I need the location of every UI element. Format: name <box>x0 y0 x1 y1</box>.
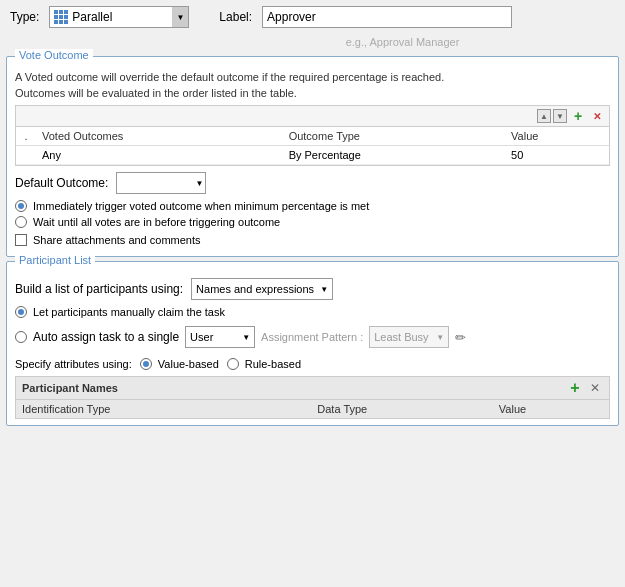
outcome-type-header: Outcome Type <box>283 127 505 146</box>
type-select[interactable]: Parallel ▼ <box>49 6 189 28</box>
remove-participant-btn[interactable]: ✕ <box>587 380 603 396</box>
id-type-header: Identification Type <box>16 400 312 419</box>
table-row[interactable]: Any By Percentage 50 <box>16 146 609 165</box>
default-outcome-row: Default Outcome: ▼ <box>15 172 610 194</box>
participant-table-header: Participant Names + ✕ <box>15 376 610 399</box>
participant-table: Identification Type Data Type Value <box>15 399 610 419</box>
value-based-label: Value-based <box>158 358 219 370</box>
radio-immediately-label: Immediately trigger voted outcome when m… <box>33 200 369 212</box>
least-busy-value: Least Busy <box>374 331 428 343</box>
add-participant-btn[interactable]: + <box>567 380 583 396</box>
label-input[interactable] <box>262 6 512 28</box>
parallel-icon <box>54 10 68 24</box>
participant-content: Build a list of participants using: Name… <box>7 262 618 425</box>
user-select[interactable]: User <box>185 326 255 348</box>
default-outcome-label: Default Outcome: <box>15 176 108 190</box>
vote-table: . Voted Outcomes Outcome Type Value Any … <box>16 127 609 165</box>
radio-row-2[interactable]: Wait until all votes are in before trigg… <box>15 216 610 228</box>
vote-table-wrapper: ▲ ▼ + ✕ . Voted Outcomes Outcome Type Va… <box>15 105 610 166</box>
dot-cell <box>16 146 36 165</box>
top-bar: Type: Parallel ▼ Label: <box>0 0 625 34</box>
label-label: Label: <box>219 10 252 24</box>
move-down-btn[interactable]: ▼ <box>553 109 567 123</box>
names-dropdown[interactable]: Names and expressions <box>191 278 333 300</box>
manual-claim-row[interactable]: Let participants manually claim the task <box>15 306 610 318</box>
participant-names-table-wrapper: Participant Names + ✕ Identification Typ… <box>15 376 610 419</box>
default-outcome-arrow: ▼ <box>195 179 203 188</box>
radio-value-based[interactable] <box>140 358 152 370</box>
vote-desc-2: Outcomes will be evaluated in the order … <box>15 87 610 99</box>
voted-outcome-cell: Any <box>36 146 283 165</box>
specify-label: Specify attributes using: <box>15 358 132 370</box>
assignment-pattern-label: Assignment Pattern : <box>261 331 363 343</box>
label-placeholder: e.g., Approval Manager <box>0 34 625 52</box>
vote-table-toolbar: ▲ ▼ + ✕ <box>16 106 609 127</box>
vote-outcome-section: Vote Outcome A Voted outcome will overri… <box>6 56 619 257</box>
default-outcome-select[interactable]: ▼ <box>116 172 206 194</box>
participant-list-title: Participant List <box>15 254 95 266</box>
nav-arrows: ▲ ▼ <box>537 109 567 123</box>
build-row: Build a list of participants using: Name… <box>15 278 610 300</box>
value-based-row[interactable]: Value-based <box>140 358 219 370</box>
share-attachments-row[interactable]: Share attachments and comments <box>15 234 610 246</box>
radio-auto-assign[interactable] <box>15 331 27 343</box>
auto-assign-row[interactable]: Auto assign task to a single User Assign… <box>15 326 610 348</box>
voted-outcomes-header: Voted Outcomes <box>36 127 283 146</box>
vote-outcome-title: Vote Outcome <box>15 49 93 61</box>
rule-based-label: Rule-based <box>245 358 301 370</box>
value-header-participant: Value <box>493 400 610 419</box>
share-attachments-checkbox[interactable] <box>15 234 27 246</box>
names-dropdown-value: Names and expressions <box>196 283 314 295</box>
participant-radio-group: Let participants manually claim the task… <box>15 306 610 352</box>
move-up-btn[interactable]: ▲ <box>537 109 551 123</box>
specify-row: Specify attributes using: Value-based Ru… <box>15 358 610 370</box>
share-attachments-label: Share attachments and comments <box>33 234 201 246</box>
type-dropdown-arrow: ▼ <box>172 7 188 27</box>
add-vote-btn[interactable]: + <box>570 108 586 124</box>
radio-rule-based[interactable] <box>227 358 239 370</box>
outcome-type-cell: By Percentage <box>283 146 505 165</box>
manual-claim-label: Let participants manually claim the task <box>33 306 225 318</box>
radio-wait-label: Wait until all votes are in before trigg… <box>33 216 280 228</box>
radio-row-1[interactable]: Immediately trigger voted outcome when m… <box>15 200 610 212</box>
data-type-header: Data Type <box>311 400 493 419</box>
user-value: User <box>190 331 213 343</box>
type-label: Type: <box>10 10 39 24</box>
value-cell: 50 <box>505 146 609 165</box>
rule-based-row[interactable]: Rule-based <box>227 358 301 370</box>
radio-manual-claim[interactable] <box>15 306 27 318</box>
build-label: Build a list of participants using: <box>15 282 183 296</box>
participant-table-btns: + ✕ <box>567 380 603 396</box>
participant-list-section: Participant List Build a list of partici… <box>6 261 619 426</box>
remove-vote-btn[interactable]: ✕ <box>589 108 605 124</box>
auto-assign-label: Auto assign task to a single <box>33 330 179 344</box>
trigger-radio-group: Immediately trigger voted outcome when m… <box>15 200 610 228</box>
radio-wait[interactable] <box>15 216 27 228</box>
edit-icon[interactable]: ✏ <box>455 330 466 345</box>
participant-names-title: Participant Names <box>22 382 118 394</box>
type-value: Parallel <box>72 10 184 24</box>
value-header: Value <box>505 127 609 146</box>
least-busy-select[interactable]: Least Busy <box>369 326 449 348</box>
radio-immediately[interactable] <box>15 200 27 212</box>
dot-col-header: . <box>16 127 36 146</box>
vote-desc-1: A Voted outcome will override the defaul… <box>15 71 610 83</box>
